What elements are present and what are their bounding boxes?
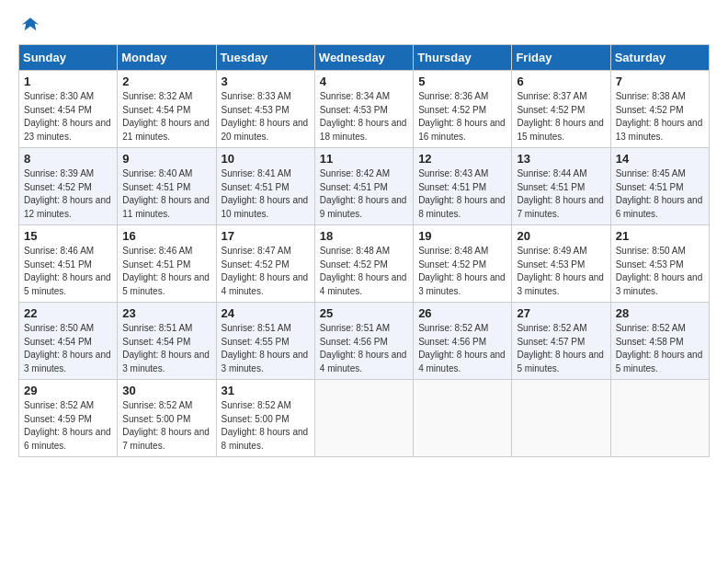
calendar-day-header: Saturday xyxy=(610,45,709,71)
calendar-cell: 28Sunrise: 8:52 AMSunset: 4:58 PMDayligh… xyxy=(610,303,709,380)
calendar-day-header: Monday xyxy=(118,45,216,71)
day-info: Sunrise: 8:52 AMSunset: 5:00 PMDaylight:… xyxy=(222,399,310,453)
day-number: 7 xyxy=(616,75,704,88)
day-info: Sunrise: 8:48 AMSunset: 4:52 PMDaylight:… xyxy=(418,245,506,298)
header xyxy=(18,15,710,35)
day-info: Sunrise: 8:50 AMSunset: 4:54 PMDaylight:… xyxy=(24,322,112,375)
day-number: 10 xyxy=(222,152,310,166)
day-number: 14 xyxy=(616,152,704,166)
logo-bird-icon xyxy=(20,15,40,35)
calendar-week-row: 8Sunrise: 8:39 AMSunset: 4:52 PMDaylight… xyxy=(19,148,710,225)
day-number: 2 xyxy=(122,75,210,88)
calendar-cell: 12Sunrise: 8:43 AMSunset: 4:51 PMDayligh… xyxy=(414,148,512,225)
day-info: Sunrise: 8:50 AMSunset: 4:53 PMDaylight:… xyxy=(616,245,704,298)
calendar-cell: 20Sunrise: 8:49 AMSunset: 4:53 PMDayligh… xyxy=(512,225,610,303)
day-number: 22 xyxy=(24,306,112,320)
day-info: Sunrise: 8:37 AMSunset: 4:52 PMDaylight:… xyxy=(517,90,605,144)
calendar-cell: 26Sunrise: 8:52 AMSunset: 4:56 PMDayligh… xyxy=(414,303,512,380)
calendar-day-header: Friday xyxy=(512,45,610,71)
day-number: 26 xyxy=(418,306,506,320)
calendar-cell: 10Sunrise: 8:41 AMSunset: 4:51 PMDayligh… xyxy=(216,148,314,225)
day-number: 28 xyxy=(616,306,704,320)
day-info: Sunrise: 8:52 AMSunset: 4:57 PMDaylight:… xyxy=(517,322,605,375)
calendar-cell: 11Sunrise: 8:42 AMSunset: 4:51 PMDayligh… xyxy=(314,148,413,225)
calendar-cell: 7Sunrise: 8:38 AMSunset: 4:52 PMDaylight… xyxy=(610,71,709,148)
calendar-body: 1Sunrise: 8:30 AMSunset: 4:54 PMDaylight… xyxy=(19,71,710,457)
day-info: Sunrise: 8:32 AMSunset: 4:54 PMDaylight:… xyxy=(122,90,210,144)
day-number: 20 xyxy=(517,229,605,243)
calendar-cell xyxy=(314,380,413,457)
calendar-cell: 29Sunrise: 8:52 AMSunset: 4:59 PMDayligh… xyxy=(19,380,118,457)
day-info: Sunrise: 8:34 AMSunset: 4:53 PMDaylight:… xyxy=(320,90,408,144)
calendar-cell: 17Sunrise: 8:47 AMSunset: 4:52 PMDayligh… xyxy=(216,225,314,303)
day-info: Sunrise: 8:43 AMSunset: 4:51 PMDaylight:… xyxy=(418,167,506,221)
day-number: 18 xyxy=(320,229,408,243)
calendar-cell xyxy=(512,380,610,457)
day-number: 31 xyxy=(222,384,310,397)
day-info: Sunrise: 8:51 AMSunset: 4:55 PMDaylight:… xyxy=(222,322,310,375)
day-info: Sunrise: 8:40 AMSunset: 4:51 PMDaylight:… xyxy=(122,167,210,221)
calendar-cell: 9Sunrise: 8:40 AMSunset: 4:51 PMDaylight… xyxy=(118,148,216,225)
calendar-cell: 1Sunrise: 8:30 AMSunset: 4:54 PMDaylight… xyxy=(19,71,118,148)
day-number: 13 xyxy=(517,152,605,166)
calendar-cell: 14Sunrise: 8:45 AMSunset: 4:51 PMDayligh… xyxy=(610,148,709,225)
day-number: 21 xyxy=(616,229,704,243)
calendar-cell: 21Sunrise: 8:50 AMSunset: 4:53 PMDayligh… xyxy=(610,225,709,303)
day-number: 5 xyxy=(418,75,506,88)
calendar-day-header: Wednesday xyxy=(314,45,413,71)
day-number: 3 xyxy=(222,75,310,88)
calendar-cell xyxy=(414,380,512,457)
day-info: Sunrise: 8:45 AMSunset: 4:51 PMDaylight:… xyxy=(616,167,704,221)
calendar-cell: 6Sunrise: 8:37 AMSunset: 4:52 PMDaylight… xyxy=(512,71,610,148)
day-number: 8 xyxy=(24,152,112,166)
calendar-cell: 23Sunrise: 8:51 AMSunset: 4:54 PMDayligh… xyxy=(118,303,216,380)
day-info: Sunrise: 8:51 AMSunset: 4:54 PMDaylight:… xyxy=(122,322,210,375)
calendar-cell: 19Sunrise: 8:48 AMSunset: 4:52 PMDayligh… xyxy=(414,225,512,303)
day-number: 16 xyxy=(122,229,210,243)
calendar-cell: 5Sunrise: 8:36 AMSunset: 4:52 PMDaylight… xyxy=(414,71,512,148)
calendar-cell: 13Sunrise: 8:44 AMSunset: 4:51 PMDayligh… xyxy=(512,148,610,225)
day-info: Sunrise: 8:30 AMSunset: 4:54 PMDaylight:… xyxy=(24,90,112,144)
svg-marker-0 xyxy=(22,17,40,30)
calendar-cell: 30Sunrise: 8:52 AMSunset: 5:00 PMDayligh… xyxy=(118,380,216,457)
day-info: Sunrise: 8:49 AMSunset: 4:53 PMDaylight:… xyxy=(517,245,605,298)
calendar-cell: 22Sunrise: 8:50 AMSunset: 4:54 PMDayligh… xyxy=(19,303,118,380)
day-info: Sunrise: 8:36 AMSunset: 4:52 PMDaylight:… xyxy=(418,90,506,144)
day-number: 6 xyxy=(517,75,605,88)
calendar-cell: 15Sunrise: 8:46 AMSunset: 4:51 PMDayligh… xyxy=(19,225,118,303)
day-number: 1 xyxy=(24,75,112,88)
day-info: Sunrise: 8:52 AMSunset: 5:00 PMDaylight:… xyxy=(122,399,210,453)
calendar-cell: 25Sunrise: 8:51 AMSunset: 4:56 PMDayligh… xyxy=(314,303,413,380)
day-info: Sunrise: 8:52 AMSunset: 4:56 PMDaylight:… xyxy=(418,322,506,375)
calendar-week-row: 1Sunrise: 8:30 AMSunset: 4:54 PMDaylight… xyxy=(19,71,710,148)
day-number: 11 xyxy=(320,152,408,166)
calendar-cell: 18Sunrise: 8:48 AMSunset: 4:52 PMDayligh… xyxy=(314,225,413,303)
day-info: Sunrise: 8:52 AMSunset: 4:58 PMDaylight:… xyxy=(616,322,704,375)
day-number: 29 xyxy=(24,384,112,397)
calendar-header-row: SundayMondayTuesdayWednesdayThursdayFrid… xyxy=(19,45,710,71)
day-info: Sunrise: 8:41 AMSunset: 4:51 PMDaylight:… xyxy=(222,167,310,221)
page: SundayMondayTuesdayWednesdayThursdayFrid… xyxy=(0,0,728,563)
calendar-day-header: Sunday xyxy=(19,45,118,71)
calendar-table: SundayMondayTuesdayWednesdayThursdayFrid… xyxy=(18,44,710,457)
logo xyxy=(18,15,40,35)
calendar-cell: 27Sunrise: 8:52 AMSunset: 4:57 PMDayligh… xyxy=(512,303,610,380)
day-number: 24 xyxy=(222,306,310,320)
day-number: 9 xyxy=(122,152,210,166)
day-number: 19 xyxy=(418,229,506,243)
calendar-cell: 24Sunrise: 8:51 AMSunset: 4:55 PMDayligh… xyxy=(216,303,314,380)
day-info: Sunrise: 8:51 AMSunset: 4:56 PMDaylight:… xyxy=(320,322,408,375)
calendar-cell: 16Sunrise: 8:46 AMSunset: 4:51 PMDayligh… xyxy=(118,225,216,303)
calendar-day-header: Tuesday xyxy=(216,45,314,71)
calendar-week-row: 22Sunrise: 8:50 AMSunset: 4:54 PMDayligh… xyxy=(19,303,710,380)
calendar-cell: 31Sunrise: 8:52 AMSunset: 5:00 PMDayligh… xyxy=(216,380,314,457)
day-info: Sunrise: 8:46 AMSunset: 4:51 PMDaylight:… xyxy=(24,245,112,298)
day-info: Sunrise: 8:44 AMSunset: 4:51 PMDaylight:… xyxy=(517,167,605,221)
day-number: 25 xyxy=(320,306,408,320)
calendar-cell: 3Sunrise: 8:33 AMSunset: 4:53 PMDaylight… xyxy=(216,71,314,148)
day-info: Sunrise: 8:48 AMSunset: 4:52 PMDaylight:… xyxy=(320,245,408,298)
calendar-cell xyxy=(610,380,709,457)
calendar-week-row: 29Sunrise: 8:52 AMSunset: 4:59 PMDayligh… xyxy=(19,380,710,457)
day-number: 15 xyxy=(24,229,112,243)
day-info: Sunrise: 8:52 AMSunset: 4:59 PMDaylight:… xyxy=(24,399,112,453)
